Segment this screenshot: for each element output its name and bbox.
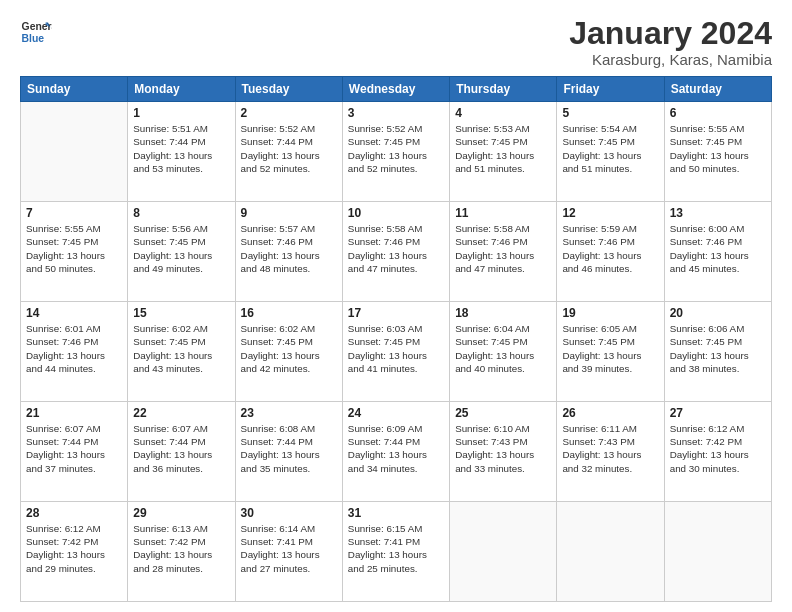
day-number: 5 <box>562 106 658 120</box>
day-info: Sunrise: 6:02 AMSunset: 7:45 PMDaylight:… <box>133 322 229 375</box>
day-number: 27 <box>670 406 766 420</box>
calendar-cell: 13Sunrise: 6:00 AMSunset: 7:46 PMDayligh… <box>664 202 771 302</box>
calendar-cell: 20Sunrise: 6:06 AMSunset: 7:45 PMDayligh… <box>664 302 771 402</box>
calendar-cell: 1Sunrise: 5:51 AMSunset: 7:44 PMDaylight… <box>128 102 235 202</box>
day-number: 3 <box>348 106 444 120</box>
calendar-cell: 15Sunrise: 6:02 AMSunset: 7:45 PMDayligh… <box>128 302 235 402</box>
calendar-cell: 17Sunrise: 6:03 AMSunset: 7:45 PMDayligh… <box>342 302 449 402</box>
day-number: 25 <box>455 406 551 420</box>
day-number: 12 <box>562 206 658 220</box>
subtitle: Karasburg, Karas, Namibia <box>569 51 772 68</box>
day-info: Sunrise: 5:55 AMSunset: 7:45 PMDaylight:… <box>670 122 766 175</box>
day-number: 26 <box>562 406 658 420</box>
weekday-saturday: Saturday <box>664 77 771 102</box>
calendar-cell: 29Sunrise: 6:13 AMSunset: 7:42 PMDayligh… <box>128 502 235 602</box>
day-info: Sunrise: 6:02 AMSunset: 7:45 PMDaylight:… <box>241 322 337 375</box>
day-number: 20 <box>670 306 766 320</box>
calendar-cell: 19Sunrise: 6:05 AMSunset: 7:45 PMDayligh… <box>557 302 664 402</box>
calendar-cell: 5Sunrise: 5:54 AMSunset: 7:45 PMDaylight… <box>557 102 664 202</box>
day-info: Sunrise: 5:59 AMSunset: 7:46 PMDaylight:… <box>562 222 658 275</box>
day-number: 16 <box>241 306 337 320</box>
day-info: Sunrise: 5:55 AMSunset: 7:45 PMDaylight:… <box>26 222 122 275</box>
calendar-table: SundayMondayTuesdayWednesdayThursdayFrid… <box>20 76 772 602</box>
day-number: 28 <box>26 506 122 520</box>
weekday-friday: Friday <box>557 77 664 102</box>
week-row-5: 28Sunrise: 6:12 AMSunset: 7:42 PMDayligh… <box>21 502 772 602</box>
day-info: Sunrise: 6:07 AMSunset: 7:44 PMDaylight:… <box>26 422 122 475</box>
day-number: 6 <box>670 106 766 120</box>
calendar-cell: 7Sunrise: 5:55 AMSunset: 7:45 PMDaylight… <box>21 202 128 302</box>
week-row-1: 1Sunrise: 5:51 AMSunset: 7:44 PMDaylight… <box>21 102 772 202</box>
logo-icon: General Blue <box>20 16 52 48</box>
day-number: 4 <box>455 106 551 120</box>
day-info: Sunrise: 5:56 AMSunset: 7:45 PMDaylight:… <box>133 222 229 275</box>
day-info: Sunrise: 6:10 AMSunset: 7:43 PMDaylight:… <box>455 422 551 475</box>
calendar-cell: 11Sunrise: 5:58 AMSunset: 7:46 PMDayligh… <box>450 202 557 302</box>
day-number: 18 <box>455 306 551 320</box>
week-row-2: 7Sunrise: 5:55 AMSunset: 7:45 PMDaylight… <box>21 202 772 302</box>
weekday-wednesday: Wednesday <box>342 77 449 102</box>
calendar-cell: 9Sunrise: 5:57 AMSunset: 7:46 PMDaylight… <box>235 202 342 302</box>
calendar-cell: 31Sunrise: 6:15 AMSunset: 7:41 PMDayligh… <box>342 502 449 602</box>
header: General Blue January 2024 Karasburg, Kar… <box>20 16 772 68</box>
weekday-thursday: Thursday <box>450 77 557 102</box>
week-row-3: 14Sunrise: 6:01 AMSunset: 7:46 PMDayligh… <box>21 302 772 402</box>
day-info: Sunrise: 6:05 AMSunset: 7:45 PMDaylight:… <box>562 322 658 375</box>
day-number: 29 <box>133 506 229 520</box>
day-info: Sunrise: 5:52 AMSunset: 7:44 PMDaylight:… <box>241 122 337 175</box>
day-info: Sunrise: 5:58 AMSunset: 7:46 PMDaylight:… <box>455 222 551 275</box>
calendar-cell <box>664 502 771 602</box>
calendar-cell: 10Sunrise: 5:58 AMSunset: 7:46 PMDayligh… <box>342 202 449 302</box>
calendar-cell: 22Sunrise: 6:07 AMSunset: 7:44 PMDayligh… <box>128 402 235 502</box>
day-info: Sunrise: 6:01 AMSunset: 7:46 PMDaylight:… <box>26 322 122 375</box>
day-number: 31 <box>348 506 444 520</box>
day-number: 9 <box>241 206 337 220</box>
calendar-cell: 21Sunrise: 6:07 AMSunset: 7:44 PMDayligh… <box>21 402 128 502</box>
day-number: 8 <box>133 206 229 220</box>
weekday-tuesday: Tuesday <box>235 77 342 102</box>
day-info: Sunrise: 6:07 AMSunset: 7:44 PMDaylight:… <box>133 422 229 475</box>
calendar-cell: 25Sunrise: 6:10 AMSunset: 7:43 PMDayligh… <box>450 402 557 502</box>
day-info: Sunrise: 6:08 AMSunset: 7:44 PMDaylight:… <box>241 422 337 475</box>
day-number: 22 <box>133 406 229 420</box>
calendar-cell <box>21 102 128 202</box>
calendar-cell: 24Sunrise: 6:09 AMSunset: 7:44 PMDayligh… <box>342 402 449 502</box>
day-number: 13 <box>670 206 766 220</box>
calendar-body: 1Sunrise: 5:51 AMSunset: 7:44 PMDaylight… <box>21 102 772 602</box>
calendar-cell: 18Sunrise: 6:04 AMSunset: 7:45 PMDayligh… <box>450 302 557 402</box>
day-info: Sunrise: 5:58 AMSunset: 7:46 PMDaylight:… <box>348 222 444 275</box>
calendar-cell: 30Sunrise: 6:14 AMSunset: 7:41 PMDayligh… <box>235 502 342 602</box>
day-info: Sunrise: 5:53 AMSunset: 7:45 PMDaylight:… <box>455 122 551 175</box>
calendar-cell <box>557 502 664 602</box>
day-info: Sunrise: 6:04 AMSunset: 7:45 PMDaylight:… <box>455 322 551 375</box>
calendar-cell <box>450 502 557 602</box>
day-info: Sunrise: 6:06 AMSunset: 7:45 PMDaylight:… <box>670 322 766 375</box>
day-info: Sunrise: 6:12 AMSunset: 7:42 PMDaylight:… <box>670 422 766 475</box>
day-number: 10 <box>348 206 444 220</box>
day-info: Sunrise: 6:09 AMSunset: 7:44 PMDaylight:… <box>348 422 444 475</box>
day-number: 11 <box>455 206 551 220</box>
day-info: Sunrise: 6:14 AMSunset: 7:41 PMDaylight:… <box>241 522 337 575</box>
weekday-header-row: SundayMondayTuesdayWednesdayThursdayFrid… <box>21 77 772 102</box>
day-number: 24 <box>348 406 444 420</box>
logo: General Blue <box>20 16 52 48</box>
day-info: Sunrise: 6:00 AMSunset: 7:46 PMDaylight:… <box>670 222 766 275</box>
day-number: 19 <box>562 306 658 320</box>
day-info: Sunrise: 6:13 AMSunset: 7:42 PMDaylight:… <box>133 522 229 575</box>
calendar-cell: 26Sunrise: 6:11 AMSunset: 7:43 PMDayligh… <box>557 402 664 502</box>
weekday-monday: Monday <box>128 77 235 102</box>
day-info: Sunrise: 6:12 AMSunset: 7:42 PMDaylight:… <box>26 522 122 575</box>
day-number: 15 <box>133 306 229 320</box>
calendar-cell: 14Sunrise: 6:01 AMSunset: 7:46 PMDayligh… <box>21 302 128 402</box>
day-info: Sunrise: 5:52 AMSunset: 7:45 PMDaylight:… <box>348 122 444 175</box>
calendar-cell: 12Sunrise: 5:59 AMSunset: 7:46 PMDayligh… <box>557 202 664 302</box>
day-info: Sunrise: 6:15 AMSunset: 7:41 PMDaylight:… <box>348 522 444 575</box>
day-info: Sunrise: 5:51 AMSunset: 7:44 PMDaylight:… <box>133 122 229 175</box>
day-info: Sunrise: 6:03 AMSunset: 7:45 PMDaylight:… <box>348 322 444 375</box>
day-number: 2 <box>241 106 337 120</box>
calendar-cell: 3Sunrise: 5:52 AMSunset: 7:45 PMDaylight… <box>342 102 449 202</box>
calendar-cell: 16Sunrise: 6:02 AMSunset: 7:45 PMDayligh… <box>235 302 342 402</box>
day-number: 23 <box>241 406 337 420</box>
day-info: Sunrise: 6:11 AMSunset: 7:43 PMDaylight:… <box>562 422 658 475</box>
week-row-4: 21Sunrise: 6:07 AMSunset: 7:44 PMDayligh… <box>21 402 772 502</box>
